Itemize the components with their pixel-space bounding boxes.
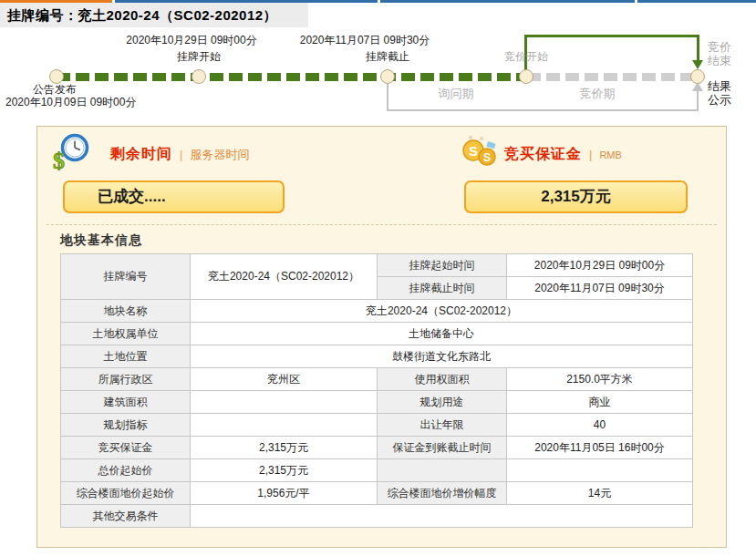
listing-end-label: 挂牌截止 [342,49,433,65]
parcel-info-table: 挂牌编号 兖土2020-24（SC02-202012） 挂牌起始时间 2020年… [60,253,693,528]
header-separator: | [589,148,592,161]
deposit-deadline-label: 保证金到账截止时间 [378,437,507,459]
end-time-value: 2020年11月07日 09时30分 [507,277,693,300]
svg-text:$: $ [53,148,65,172]
building-area-value [191,391,378,414]
gray-bracket-left-segment [387,84,388,111]
table-row: 土地位置 鼓楼街道文化东路北 [61,345,693,368]
parcel-name-label: 地块名称 [61,300,191,323]
empty-label-cell [378,459,507,482]
green-arrowhead-icon [692,60,703,69]
table-row: 挂牌编号 兖土2020-24（SC02-202012） 挂牌起始时间 2020年… [61,254,693,277]
listing-no-value: 兖土2020-24（SC02-202012） [191,254,378,300]
node-listing-start [192,69,206,84]
floor-price-increment-label: 综合楼面地价增价幅度 [378,482,507,505]
deposit-deadline-value: 2020年11月05日 16时00分 [507,437,693,459]
floor-price-start-label: 综合楼面地价起始价 [61,482,191,505]
planned-use-label: 规划用途 [378,391,507,414]
start-time-label: 挂牌起始时间 [378,254,507,277]
inquiry-phase-label: 询问期 [415,86,497,102]
table-row: 综合楼面地价起始价 1,956元/平 综合楼面地价增价幅度 14元 [61,482,693,505]
tenure-label: 出让年限 [378,414,507,437]
table-row: 所属行政区 兖州区 使用权面积 2150.0平方米 [61,368,693,391]
timeline-progress-green [57,73,527,81]
floor-price-start-value: 1,956元/平 [191,482,378,505]
deposit-amount-box: 2,315万元 [464,180,688,213]
node-bidding-start [519,69,533,84]
location-label: 土地位置 [61,345,191,368]
owner-unit-label: 土地权属单位 [61,323,191,345]
remaining-time-title: 剩余时间 [110,145,172,164]
planning-index-label: 规划指标 [61,414,191,437]
parcel-name-value: 兖土2020-24（SC02-202012） [191,300,693,323]
table-row: 规划指标 出让年限 40 [61,414,693,437]
deal-status-box: 已成交..... [63,180,285,213]
tenure-value: 40 [507,414,693,437]
node-listing-end [380,69,395,84]
other-conditions-label: 其他交易条件 [61,505,191,528]
status-panel: $ 剩余时间 | 服务器时间 S S 竞买保证金 | RMB 已成交..... [36,126,727,548]
page-title: 挂牌编号：兖土2020-24（SC02-202012） [7,7,277,25]
bidding-start-label: 竞价开始 [481,49,572,65]
planning-index-value [191,414,378,437]
total-start-price-value: 2,315万元 [191,459,378,482]
bidding-phase-label: 竞价期 [556,86,638,102]
owner-unit-value: 土地储备中心 [191,323,693,345]
table-row: 竞买保证金 2,315万元 保证金到账截止时间 2020年11月05日 16时0… [61,437,693,459]
green-arrow-top-segment [524,35,699,37]
svg-text:S: S [469,143,478,159]
node-bidding-end [690,69,705,84]
announce-date: 2020年10月09日 09时00分 [5,95,136,110]
floor-price-increment-value: 14元 [507,482,693,505]
listing-start-label: 挂牌开始 [153,49,244,65]
deposit-title: 竞买保证金 [504,145,582,164]
location-value: 鼓楼街道文化东路北 [191,345,693,368]
table-row: 建筑面积 规划用途 商业 [61,391,693,414]
building-area-label: 建筑面积 [61,391,191,414]
listing-start-date: 2020年10月29日 09时00分 [100,33,283,48]
start-time-value: 2020年10月29日 09时00分 [507,254,693,277]
header-separator: | [180,148,182,161]
table-row: 土地权属单位 土地储备中心 [61,323,693,345]
auction-timeline: 公告发布 2020年10月09日 09时00分 2020年10月29日 09时0… [0,27,756,126]
area-label: 使用权面积 [378,368,507,391]
deposit-value: 2,315万元 [191,437,378,459]
district-label: 所属行政区 [61,368,191,391]
parcel-info-heading: 地块基本信息 [60,232,142,249]
svg-text:S: S [483,151,491,164]
total-start-price-label: 总价起始价 [61,459,191,482]
end-time-label: 挂牌截止时间 [378,277,507,300]
deposit-label: 竞买保证金 [61,437,191,459]
table-row: 总价起始价 2,315万元 [61,459,693,482]
money-bags-icon: S S [460,133,500,177]
area-value: 2150.0平方米 [507,368,693,391]
table-row: 其他交易条件 [61,505,693,528]
green-arrow-right-segment [697,37,699,61]
page: 挂牌编号：兖土2020-24（SC02-202012） 公告发布 2020年10… [0,0,756,556]
currency-label: RMB [599,149,621,160]
table-row: 地块名称 兖土2020-24（SC02-202012） [61,300,693,323]
clock-dollar-icon: $ [51,132,91,176]
server-time-label: 服务器时间 [190,147,249,163]
deposit-header: 竞买保证金 | RMB [504,145,622,164]
gray-bracket-bottom-segment [387,109,699,111]
dashed-divider [47,224,717,225]
other-conditions-value [191,505,693,528]
district-value: 兖州区 [191,368,378,391]
timeline-progress-gray [527,73,698,81]
result-label: 结果公示 [708,79,735,107]
listing-end-date: 2020年11月07日 09时30分 [274,33,456,48]
bidding-end-label: 竞价结束 [708,40,735,67]
gray-bracket-right-segment [697,91,699,111]
empty-value-cell [507,459,693,482]
planned-use-value: 商业 [507,391,693,414]
remaining-time-header: 剩余时间 | 服务器时间 [110,145,249,164]
listing-no-label: 挂牌编号 [61,254,191,300]
